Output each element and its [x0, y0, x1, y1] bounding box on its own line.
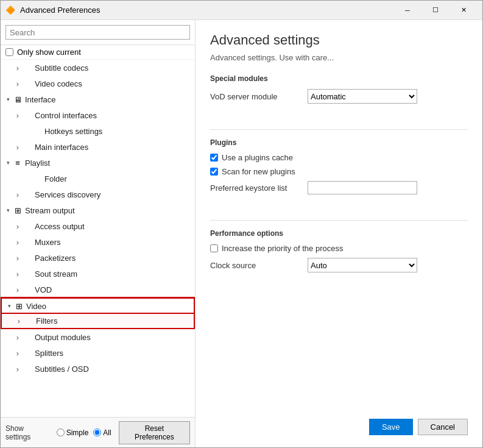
item-label: Hotkeys settings: [44, 127, 102, 136]
item-label: Main interfaces: [35, 143, 88, 152]
scan-new-plugins-checkbox[interactable]: [210, 168, 218, 176]
item-label: Packetizers: [35, 254, 76, 263]
sidebar-item-subtitles-osd[interactable]: Subtitles / OSD: [1, 361, 195, 377]
item-label: Stream output: [25, 206, 75, 215]
chevron-icon: [13, 190, 23, 199]
sidebar-item-filters[interactable]: Filters: [1, 313, 195, 329]
performance-title: Performance options: [210, 229, 468, 238]
item-label: Subtitle codecs: [35, 63, 88, 73]
cancel-button[interactable]: Cancel: [418, 419, 468, 435]
window-title: Advanced Preferences: [20, 5, 389, 15]
sidebar-item-main-interfaces[interactable]: Main interfaces: [1, 139, 195, 155]
sidebar-item-sout-stream[interactable]: Sout stream: [1, 266, 195, 282]
chevron-icon: [4, 301, 14, 311]
keystore-input[interactable]: [308, 181, 417, 194]
search-input[interactable]: [5, 25, 190, 40]
chevron-icon: [13, 364, 23, 374]
search-box: [1, 20, 195, 45]
item-label: VOD: [35, 285, 52, 294]
item-label: Subtitles / OSD: [35, 364, 89, 374]
sidebar-item-services-discovery[interactable]: Services discovery: [1, 187, 195, 202]
chevron-icon: [14, 316, 24, 325]
sidebar-item-stream-output[interactable]: ⊞ Stream output: [1, 202, 195, 218]
vod-server-row: VoD server module Automatic: [210, 89, 468, 104]
keystore-control: [308, 181, 468, 194]
main-content: Only show current Subtitle codecs Video …: [1, 20, 482, 447]
sidebar-item-video-codecs[interactable]: Video codecs: [1, 76, 195, 91]
chevron-icon: [13, 269, 23, 279]
close-button[interactable]: ✕: [450, 1, 478, 20]
item-label: Folder: [44, 174, 67, 183]
item-label: Muxers: [35, 238, 61, 247]
sidebar-item-access-output[interactable]: Access output: [1, 218, 195, 234]
sidebar-item-muxers[interactable]: Muxers: [1, 234, 195, 250]
chevron-icon: [13, 285, 23, 294]
video-icon: ⊞: [14, 301, 24, 311]
clock-source-control: Auto: [308, 258, 468, 272]
item-icon: [23, 79, 32, 88]
special-modules-title: Special modules: [210, 74, 468, 83]
window-controls: ─ ☐ ✕: [393, 1, 478, 20]
sidebar-item-hotkeys[interactable]: Hotkeys settings: [1, 123, 195, 139]
chevron-icon: [13, 332, 23, 342]
clock-source-label: Clock source: [210, 261, 308, 270]
item-icon: [32, 126, 42, 136]
show-settings-label: Show settings: [5, 424, 49, 441]
chevron-icon: [13, 142, 23, 152]
sidebar-item-packetizers[interactable]: Packetizers: [1, 250, 195, 266]
item-label: Interface: [25, 95, 56, 104]
sidebar-item-subtitle-codecs[interactable]: Subtitle codecs: [1, 60, 195, 76]
all-radio[interactable]: [93, 428, 101, 436]
save-button[interactable]: Save: [369, 419, 413, 435]
page-subtitle: Advanced settings. Use with care...: [210, 53, 468, 62]
increase-priority-label: Increase the priority of the process: [222, 244, 343, 253]
sidebar-item-control-interfaces[interactable]: Control interfaces: [1, 107, 195, 123]
titlebar: Advanced Preferences ─ ☐ ✕: [1, 1, 482, 20]
chevron-icon: [13, 110, 23, 120]
item-icon: [23, 237, 32, 247]
item-icon: [32, 174, 42, 183]
chevron-icon: [3, 158, 13, 168]
chevron-icon: [3, 205, 13, 215]
app-window: Advanced Preferences ─ ☐ ✕ Only show cur…: [0, 0, 483, 448]
item-label: Access output: [35, 222, 85, 231]
item-label: Output modules: [35, 333, 91, 342]
clock-source-select[interactable]: Auto: [308, 258, 417, 272]
sidebar-item-splitters[interactable]: Splitters: [1, 345, 195, 361]
radio-group: Simple All: [57, 428, 111, 437]
sidebar-item-vod[interactable]: VOD: [1, 282, 195, 297]
simple-radio[interactable]: [57, 428, 65, 436]
sidebar-item-interface[interactable]: 🖥 Interface: [1, 91, 195, 107]
use-plugins-cache-label: Use a plugins cache: [222, 153, 293, 162]
use-plugins-cache-row: Use a plugins cache: [210, 153, 468, 162]
chevron-icon: [3, 94, 13, 104]
sidebar-item-playlist[interactable]: ≡ Playlist: [1, 155, 195, 171]
keystore-label: Preferred keystore list: [210, 183, 308, 193]
all-label: All: [103, 428, 111, 437]
vod-control: Automatic: [308, 89, 468, 104]
simple-label: Simple: [66, 428, 89, 437]
main-panel: Advanced settings Advanced settings. Use…: [196, 20, 482, 447]
only-show-row: Only show current: [1, 45, 195, 60]
maximize-button[interactable]: ☐: [421, 1, 450, 20]
only-show-current-checkbox[interactable]: [5, 48, 13, 56]
item-icon: [23, 332, 32, 342]
sidebar-item-output-modules[interactable]: Output modules: [1, 329, 195, 345]
reset-preferences-button[interactable]: Reset Preferences: [119, 421, 190, 444]
item-icon: [24, 316, 33, 325]
increase-priority-checkbox[interactable]: [210, 244, 218, 252]
item-icon: [23, 221, 32, 231]
item-label: Control interfaces: [35, 111, 97, 120]
all-radio-item: All: [93, 428, 111, 437]
item-label: Playlist: [25, 158, 50, 168]
tree: Subtitle codecs Video codecs 🖥 Interface: [1, 60, 195, 417]
playlist-icon: ≡: [13, 158, 23, 168]
sidebar-item-video[interactable]: ⊞ Video: [1, 297, 195, 313]
minimize-button[interactable]: ─: [393, 1, 421, 20]
use-plugins-cache-checkbox[interactable]: [210, 154, 218, 162]
sidebar-item-folder[interactable]: Folder: [1, 171, 195, 187]
item-label: Filters: [36, 316, 57, 325]
scan-new-plugins-label: Scan for new plugins: [222, 167, 295, 176]
sidebar-footer: Show settings Simple All Reset Preferenc…: [1, 417, 195, 447]
vod-server-select[interactable]: Automatic: [308, 89, 417, 104]
